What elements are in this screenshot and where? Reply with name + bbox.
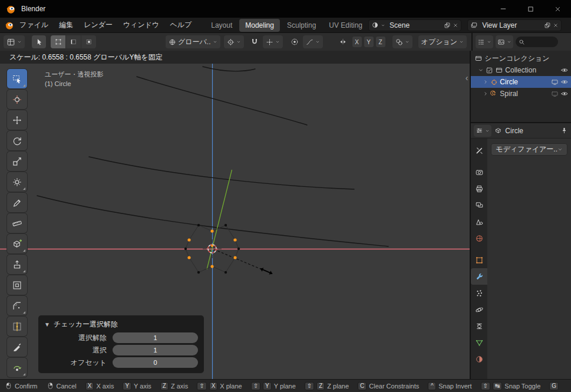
new-view-layer-icon[interactable] — [544, 22, 551, 29]
sidebar-toggle[interactable]: ‹ — [466, 73, 468, 83]
eye-icon[interactable] — [560, 66, 569, 74]
transform-orientation-dropdown[interactable]: グローバ.. — [166, 35, 220, 48]
outliner-header — [471, 33, 571, 51]
properties-tab-material[interactable] — [471, 351, 487, 367]
minimize-button[interactable] — [490, 0, 517, 18]
magnet-icon — [250, 38, 259, 46]
mirror-y-toggle[interactable]: Y — [364, 37, 374, 47]
properties-tab-modifier[interactable] — [471, 268, 487, 285]
face-select-mode-button[interactable] — [81, 35, 96, 48]
properties-tab-physics[interactable] — [471, 301, 487, 318]
collection-checkbox-icon[interactable] — [486, 67, 493, 74]
chevron-right-icon[interactable] — [483, 91, 489, 97]
workspace-tab-layout[interactable]: Layout — [205, 19, 238, 32]
properties-tab-world[interactable] — [471, 230, 487, 246]
tool-loop-cut[interactable] — [7, 317, 27, 336]
outliner-row-spiral[interactable]: Spiral — [471, 88, 571, 100]
editor-type-dropdown[interactable] — [4, 35, 25, 48]
offset-value-field[interactable]: 0 — [113, 357, 198, 368]
mirror-z-toggle[interactable]: Z — [376, 37, 385, 47]
object-breadcrumb-icon — [494, 127, 502, 134]
scene-selector[interactable]: Scene — [368, 19, 461, 31]
proportional-editing-button[interactable] — [288, 35, 302, 48]
blender-logo-icon — [6, 4, 16, 14]
tool-box-select[interactable] — [7, 69, 27, 88]
overlap-settings-dropdown[interactable] — [392, 35, 412, 48]
properties-tab-object-data[interactable] — [471, 334, 487, 351]
hint-clear-constraints: C Clear Constraints — [358, 382, 419, 390]
tool-knife[interactable] — [7, 337, 27, 357]
selected-value-field[interactable]: 1 — [113, 345, 198, 355]
menu-help[interactable]: ヘルプ — [164, 18, 197, 32]
outliner-row-scene-collection[interactable]: シーンコレクション — [471, 52, 571, 64]
tool-measure[interactable] — [7, 213, 27, 233]
mirror-x-toggle[interactable]: X — [352, 37, 362, 47]
properties-tab-particles[interactable] — [471, 285, 487, 301]
right-panel: シーンコレクション Collection Circle — [470, 51, 571, 379]
pin-icon[interactable] — [560, 127, 568, 134]
tool-inset[interactable] — [7, 275, 27, 295]
monitor-icon[interactable] — [551, 90, 559, 98]
tool-transform[interactable] — [7, 172, 27, 192]
menu-file[interactable]: ファイル — [14, 18, 54, 32]
tool-annotate[interactable] — [7, 193, 27, 212]
monitor-icon[interactable] — [551, 78, 559, 86]
chevron-right-icon[interactable] — [483, 79, 489, 85]
tool-spin[interactable] — [7, 358, 27, 377]
unlink-scene-icon[interactable] — [453, 22, 458, 28]
tool-cursor[interactable] — [7, 90, 27, 109]
tool-move[interactable] — [7, 110, 27, 130]
menu-window[interactable]: ウィンドウ — [118, 18, 164, 32]
snap-toggle-button[interactable] — [247, 35, 262, 48]
mirror-button[interactable] — [336, 35, 350, 48]
app-menu-icon[interactable] — [5, 21, 14, 30]
close-button[interactable] — [544, 0, 571, 18]
maximize-button[interactable] — [517, 0, 544, 18]
deselected-value-field[interactable]: 1 — [113, 332, 198, 343]
edge-select-mode-button[interactable] — [66, 35, 81, 48]
tool-scale[interactable] — [7, 151, 27, 171]
workspace-tab-sculpting[interactable]: Sculpting — [281, 19, 322, 32]
remove-view-layer-icon[interactable] — [553, 22, 559, 28]
search-icon — [519, 39, 525, 45]
properties-editor-dropdown[interactable] — [474, 125, 491, 137]
new-scene-icon[interactable] — [444, 22, 451, 29]
tool-extrude[interactable] — [7, 255, 27, 274]
snap-settings-dropdown[interactable] — [263, 35, 283, 48]
eye-icon[interactable] — [560, 90, 569, 98]
physics-tab-icon — [475, 305, 484, 314]
properties-tab-tool[interactable] — [471, 142, 487, 159]
menu-render[interactable]: レンダー — [78, 18, 118, 32]
options-dropdown[interactable]: オプション — [418, 35, 467, 48]
eye-icon[interactable] — [560, 78, 569, 86]
falloff-curve-icon — [306, 38, 313, 46]
chevron-down-icon[interactable] — [478, 67, 484, 73]
properties-tab-object[interactable] — [471, 252, 487, 268]
viewport-3d[interactable]: スケール: 0.6558 : 0.6558 グローバルY軸を固定 — [0, 51, 470, 379]
extrude-icon — [12, 259, 22, 270]
active-tool-button[interactable] — [32, 35, 46, 48]
workspace-tab-modeling[interactable]: Modeling — [239, 19, 280, 32]
outliner-search-input[interactable] — [516, 37, 558, 47]
outliner-display-mode-dropdown[interactable] — [496, 35, 513, 48]
pivot-point-dropdown[interactable] — [224, 35, 244, 48]
properties-tab-render[interactable] — [471, 164, 487, 180]
operator-panel-header[interactable]: ▼ チェッカー選択解除 — [44, 319, 198, 330]
properties-tab-output[interactable] — [471, 180, 487, 197]
outliner-editor-dropdown[interactable] — [476, 35, 493, 48]
vertex-select-mode-button[interactable] — [51, 35, 65, 48]
tool-rotate[interactable] — [7, 131, 27, 150]
outliner-row-collection[interactable]: Collection — [471, 64, 571, 76]
tool-add-cube[interactable] — [7, 234, 27, 253]
add-modifier-button[interactable]: モディファイアー.. — [491, 143, 567, 156]
view-layer-selector[interactable]: View Layer — [467, 19, 562, 31]
properties-tab-view-layer[interactable] — [471, 197, 487, 213]
properties-tab-constraints[interactable] — [471, 318, 487, 334]
workspace-tab-uv-editing[interactable]: UV Editing — [323, 19, 368, 32]
outliner-row-circle[interactable]: Circle — [471, 76, 571, 88]
operator-panel[interactable]: ▼ チェッカー選択解除 選択解除 1 選択 1 オフセット 0 — [38, 315, 204, 373]
properties-tab-scene[interactable] — [471, 213, 487, 230]
menu-edit[interactable]: 編集 — [54, 18, 78, 32]
tool-bevel[interactable] — [7, 296, 27, 315]
proportional-falloff-dropdown[interactable] — [303, 35, 323, 48]
